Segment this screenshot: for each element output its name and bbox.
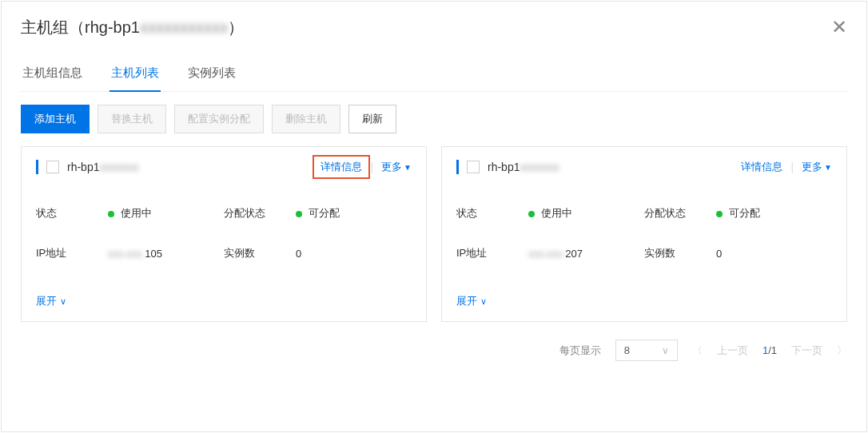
instances-label: 实例数 (644, 246, 716, 260)
detail-link[interactable]: 详情信息 (313, 155, 370, 179)
prev-page[interactable]: 上一页 (717, 344, 748, 358)
tab-bar: 主机组信息 主机列表 实例列表 (21, 58, 847, 92)
total-pages: /1 (768, 344, 777, 356)
host-card: rh-bp1xxxxxxx 详情信息 | 更多▼ 状态 使用中 分配状态 可分配… (21, 146, 427, 322)
ip-label: IP地址 (456, 246, 528, 260)
add-host-button[interactable]: 添加主机 (21, 105, 90, 133)
config-allocation-button[interactable]: 配置实例分配 (174, 105, 264, 133)
status-dot-icon (528, 211, 535, 217)
page-size-select[interactable]: 8 ∨ (615, 340, 678, 361)
status-label: 状态 (456, 206, 528, 220)
ip-value: xxx.xxx.207 (528, 248, 644, 260)
pager: 〈 上一页 1/1 下一页 〉 (692, 344, 847, 358)
host-group-panel: 主机组（rhg-bp1xxxxxxxxxxx） ✕ 主机组信息 主机列表 实例列… (1, 1, 867, 432)
status-dot-icon (716, 211, 723, 217)
expand-toggle[interactable]: 展开 ∨ (36, 294, 412, 308)
card-properties: 状态 使用中 分配状态 可分配 IP地址 xxx.xxx.105 实例数 0 (36, 206, 412, 260)
status-dot-icon (108, 211, 114, 217)
tab-instance-list[interactable]: 实例列表 (186, 58, 237, 92)
chevron-down-icon: ∨ (662, 345, 669, 356)
chevron-down-icon: ∨ (480, 296, 487, 307)
chevron-down-icon: ∨ (60, 296, 66, 307)
chevron-down-icon: ▼ (824, 163, 832, 172)
expand-toggle[interactable]: 展开 ∨ (456, 294, 832, 308)
tab-host-group-info[interactable]: 主机组信息 (21, 58, 84, 92)
divider: | (370, 161, 373, 173)
next-page[interactable]: 下一页 (791, 344, 822, 358)
divider: | (790, 161, 794, 173)
card-properties: 状态 使用中 分配状态 可分配 IP地址 xxx.xxx.207 实例数 0 (456, 206, 832, 260)
more-dropdown[interactable]: 更多▼ (381, 160, 412, 174)
host-name: rh-bp1xxxxxxx (67, 161, 138, 173)
close-icon[interactable]: ✕ (831, 16, 847, 38)
tab-host-list[interactable]: 主机列表 (109, 58, 161, 92)
instances-value: 0 (716, 248, 832, 260)
chevron-left-icon: 〈 (692, 344, 703, 358)
chevron-down-icon: ▼ (404, 163, 412, 172)
card-accent-bar (36, 160, 38, 174)
detail-link[interactable]: 详情信息 (741, 160, 782, 174)
status-value: 使用中 (528, 206, 644, 220)
chevron-right-icon: 〉 (837, 344, 847, 358)
pagination: 每页显示 8 ∨ 〈 上一页 1/1 下一页 〉 (21, 340, 847, 361)
ip-label: IP地址 (36, 246, 108, 260)
card-header: rh-bp1xxxxxxx 详情信息 | 更多▼ (456, 160, 832, 174)
host-cards: rh-bp1xxxxxxx 详情信息 | 更多▼ 状态 使用中 分配状态 可分配… (21, 146, 847, 322)
card-header: rh-bp1xxxxxxx 详情信息 | 更多▼ (36, 160, 412, 174)
status-dot-icon (296, 211, 302, 217)
toolbar: 添加主机 替换主机 配置实例分配 删除主机 刷新 (21, 105, 847, 133)
per-page-label: 每页显示 (559, 344, 601, 358)
status-value: 使用中 (108, 206, 224, 220)
alloc-value: 可分配 (296, 206, 412, 220)
refresh-button[interactable]: 刷新 (348, 105, 396, 133)
select-host-checkbox[interactable] (46, 161, 59, 173)
ip-value: xxx.xxx.105 (108, 248, 224, 260)
instances-value: 0 (296, 248, 412, 260)
replace-host-button[interactable]: 替换主机 (98, 105, 166, 133)
instances-label: 实例数 (224, 246, 296, 260)
more-dropdown[interactable]: 更多▼ (802, 160, 832, 174)
delete-host-button[interactable]: 删除主机 (272, 105, 340, 133)
alloc-label: 分配状态 (644, 206, 716, 220)
status-label: 状态 (36, 206, 108, 220)
panel-header: 主机组（rhg-bp1xxxxxxxxxxx） ✕ (21, 2, 847, 46)
page-title: 主机组（rhg-bp1xxxxxxxxxxx） (21, 17, 244, 38)
alloc-value: 可分配 (716, 206, 832, 220)
host-name: rh-bp1xxxxxxx (488, 161, 559, 173)
alloc-label: 分配状态 (224, 206, 296, 220)
host-card: rh-bp1xxxxxxx 详情信息 | 更多▼ 状态 使用中 分配状态 可分配… (441, 146, 847, 322)
card-accent-bar (456, 160, 459, 174)
select-host-checkbox[interactable] (467, 161, 480, 173)
